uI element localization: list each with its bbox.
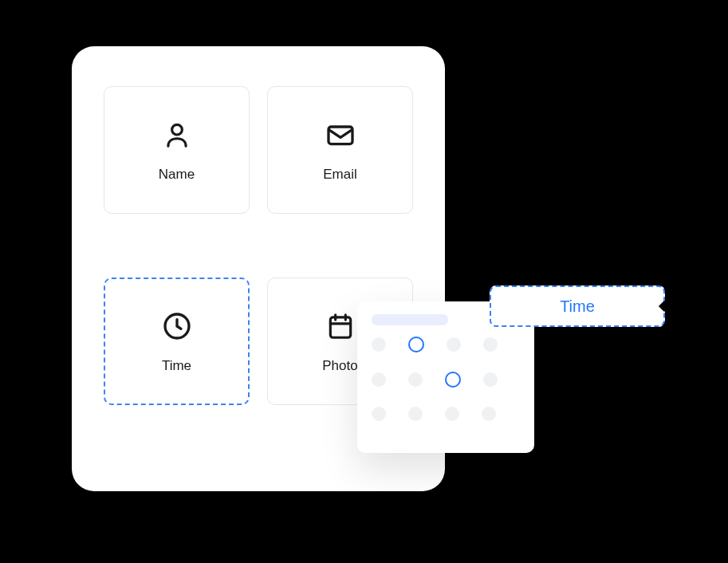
card-label: Email [323, 167, 357, 183]
dot[interactable] [408, 407, 423, 421]
dot[interactable] [447, 337, 461, 352]
card-name[interactable]: Name [104, 86, 250, 214]
card-time[interactable]: Time [104, 278, 250, 405]
svg-rect-3 [330, 317, 350, 337]
dot-rows [372, 337, 520, 421]
dot[interactable] [372, 372, 386, 387]
dot-row [372, 337, 520, 352]
dot[interactable] [483, 337, 498, 352]
tag-label: Time [560, 297, 595, 316]
dot[interactable] [372, 407, 386, 421]
drag-tag-time[interactable]: Time [490, 285, 665, 327]
svg-point-0 [171, 124, 182, 135]
card-label: Name [159, 167, 195, 183]
dot[interactable] [372, 337, 386, 352]
dot-active[interactable] [445, 372, 461, 388]
dot-grid-header-bar [372, 314, 448, 325]
dot-row [372, 372, 520, 388]
person-icon [159, 117, 195, 152]
dot[interactable] [445, 407, 459, 421]
dot[interactable] [408, 372, 423, 387]
calendar-icon [323, 309, 358, 344]
dot-row [372, 407, 520, 421]
envelope-icon [323, 117, 358, 152]
card-email[interactable]: Email [267, 86, 413, 214]
dot[interactable] [482, 407, 496, 421]
clock-icon [159, 309, 195, 344]
svg-rect-1 [329, 127, 352, 144]
dot[interactable] [483, 372, 498, 387]
dot-active[interactable] [408, 337, 424, 352]
card-label: Time [162, 358, 191, 374]
card-label: Photo [322, 358, 357, 374]
resize-handle-right[interactable] [659, 301, 670, 312]
